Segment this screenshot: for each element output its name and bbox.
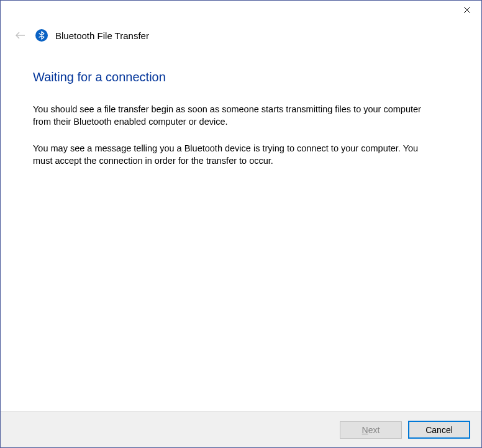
next-label-rest: ext [368, 425, 380, 435]
cancel-button[interactable]: Cancel [408, 421, 470, 439]
back-arrow-icon [14, 29, 27, 42]
footer-bar: Next Cancel [1, 411, 481, 447]
wizard-window: Bluetooth File Transfer Waiting for a co… [0, 0, 482, 448]
bluetooth-icon [35, 29, 48, 42]
close-button[interactable] [453, 1, 481, 19]
close-icon [463, 6, 471, 14]
titlebar [1, 1, 481, 24]
content-area: Waiting for a connection You should see … [1, 54, 481, 411]
header-title: Bluetooth File Transfer [55, 30, 149, 41]
cancel-label: Cancel [425, 425, 453, 435]
next-accesskey: N [362, 425, 368, 435]
instruction-paragraph-1: You should see a file transfer begin as … [33, 103, 430, 128]
back-button [13, 28, 28, 43]
instruction-paragraph-2: You may see a message telling you a Blue… [33, 142, 430, 168]
next-button: Next [340, 421, 402, 439]
header-bar: Bluetooth File Transfer [1, 24, 481, 54]
page-heading: Waiting for a connection [33, 70, 449, 84]
